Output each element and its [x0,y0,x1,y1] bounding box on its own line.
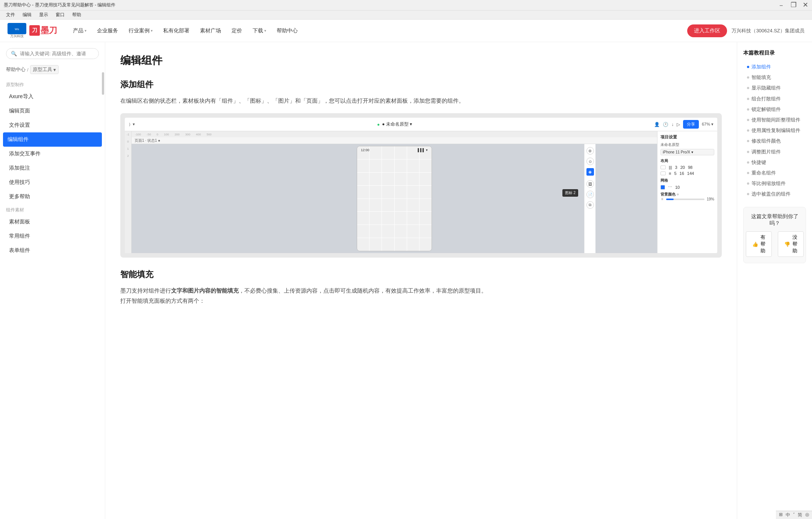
fake-bg-slider[interactable] [666,199,704,200]
breadcrumb-current[interactable]: 原型工具 ▾ [30,65,59,74]
sidebar-item-edit-page[interactable]: 编辑页面 [0,104,105,118]
fake-icon-image[interactable]: 🖼 [586,180,594,188]
sidebar-section-prototype: 原型制作 [0,79,105,90]
ime-icon-4[interactable]: 简 [798,512,802,518]
nav-helpcenter[interactable]: 帮助中心 [272,25,302,36]
fake-layout-val2: 20 [680,165,685,170]
screenshot-inner: ）▾ ● ● 未命名原型 ▾ 👤 🕐 ↓ ▷ 分享 67% ▾ [125,118,717,253]
toc-item-1[interactable]: 智能填充 [743,72,806,83]
toc-item-4[interactable]: 锁定解锁组件 [743,104,806,115]
toc-label-6: 使用属性复制编辑组件 [751,127,800,134]
fake-grid-icon: ⋯ [668,185,672,190]
bold-text-content: 文字和图片内容的 [171,287,216,294]
sidebar-item-tips[interactable]: 使用技巧 [0,175,105,190]
fake-grid-title: 网格 [661,178,714,183]
toc-item-0[interactable]: 添加组件 [743,62,806,72]
fake-icon-active[interactable]: ◈ [586,168,594,176]
sidebar: 🔍 帮助中心 / 原型工具 ▾ 原型制作 Axure导入 编辑页面 文件设置 编… [0,42,105,519]
toc-item-2[interactable]: 显示隐藏组件 [743,83,806,93]
fake-grid-checkbox[interactable] [661,185,665,190]
fake-vertical-ruler: -1012 [125,131,132,253]
maximize-button[interactable]: ❐ [791,1,797,10]
fake-layout-title: 布局 [661,158,714,164]
toc-label-4: 锁定解锁组件 [751,106,781,113]
nav-assets[interactable]: 素材广场 [195,25,226,36]
fake-bg-percent: 19% [707,197,714,201]
close-button[interactable]: ✕ [803,1,808,10]
toc-item-5[interactable]: 使用智能间距整理组件 [743,115,806,125]
ime-icon-2[interactable]: 中 [786,512,790,518]
section-desc-add: 在编辑区右侧的状态栏，素材板块内有「组件」、「图标」、「图片」和「页面」，您可以… [120,96,722,106]
fake-icon-target[interactable]: ⊙ [586,158,594,165]
minimize-button[interactable]: － [778,1,785,10]
titlebar-controls[interactable]: － ❐ ✕ [778,1,808,10]
nav-product[interactable]: 产品 ▾ [68,25,91,36]
enter-workspace-button[interactable]: 进入工作区 [687,24,727,37]
menu-help[interactable]: 帮助 [69,11,84,19]
helpful-label: 有帮助 [760,234,765,254]
toc-item-12[interactable]: 选中被盖住的组件 [743,189,806,199]
toc-item-11[interactable]: 等比例缩放组件 [743,178,806,189]
nav-enterprise[interactable]: 企业服务 [92,25,123,36]
sidebar-item-asset-panel[interactable]: 素材面板 [0,215,105,229]
unhelpful-button[interactable]: 👎 没帮助 [778,231,804,257]
ime-icon-1[interactable]: ⊞ [779,512,783,518]
modao-logo[interactable]: 刀 墨刀 [29,25,57,36]
sidebar-item-axure[interactable]: Axure导入 [0,90,105,104]
menu-view[interactable]: 显示 [36,11,51,19]
fake-share-btn[interactable]: 分享 [683,120,699,129]
breadcrumb-separator: / [27,67,29,73]
toc-dot-5 [747,119,749,121]
toc-item-3[interactable]: 组合打散组件 [743,94,806,104]
fake-right-icons-col: ⚙ ⊙ ◈ 🖼 📄 ⧉ [584,144,595,253]
sidebar-item-add-interaction[interactable]: 添加交互事件 [0,147,105,161]
fake-grid-row: ⋯ 10 [661,185,714,190]
fake-layout-check-1[interactable] [661,165,666,169]
fake-layout-val1: 3 [675,165,677,170]
fake-icon-layers[interactable]: ⧉ [586,201,594,209]
fake-bg-sun-icon: ☀ [661,197,664,201]
thumbs-up-icon: 👍 [752,241,758,247]
sidebar-item-edit-component[interactable]: 编辑组件 [3,132,102,147]
ime-icon-3[interactable]: ʻ [793,512,795,518]
breadcrumb: 帮助中心 / 原型工具 ▾ [0,65,105,79]
menu-window[interactable]: 窗口 [53,11,68,19]
feedback-box: 这篇文章帮助到你了吗？ 👍 有帮助 👎 没帮助 [743,207,806,263]
sidebar-scrollbar[interactable] [102,72,104,95]
toc-dot-11 [747,182,749,185]
helpful-button[interactable]: 👍 有帮助 [746,231,772,257]
sidebar-search-container[interactable]: 🔍 [6,48,99,59]
menu-edit[interactable]: 编辑 [20,11,35,19]
toc-label-8: 调整图片组件 [751,149,781,155]
ws-logo-text: 万兴科技 [10,34,24,38]
fake-device-select[interactable]: iPhone 11 Pro/X ▾ [661,149,714,155]
toc-dot-1 [747,76,749,79]
fake-layout-check-2[interactable] [661,171,666,175]
nav-private[interactable]: 私有化部署 [159,25,194,36]
fake-icon-doc[interactable]: 📄 [586,191,594,198]
toc-item-10[interactable]: 重命名组件 [743,168,806,178]
nav-pricing[interactable]: 定价 [227,25,247,36]
toc-item-6[interactable]: 使用属性复制编辑组件 [743,125,806,136]
search-input[interactable] [20,51,94,56]
toc-dot-4 [747,108,749,111]
cases-dropdown-arrow: ▾ [151,29,153,33]
sidebar-item-form-components[interactable]: 表单组件 [0,243,105,258]
ime-icon-5[interactable]: ◎ [805,512,809,518]
toc-item-8[interactable]: 调整图片组件 [743,147,806,157]
menu-file[interactable]: 文件 [3,11,18,19]
sidebar-item-more-help[interactable]: 更多帮助 [0,190,105,204]
fake-icon-settings[interactable]: ⚙ [586,147,594,155]
breadcrumb-home[interactable]: 帮助中心 [6,66,26,73]
nav-cases[interactable]: 行业案例 ▾ [124,25,157,36]
sidebar-item-common-components[interactable]: 常用组件 [0,229,105,243]
fake-right-panel: 项目设置 未命名原型 iPhone 11 Pro/X ▾ 布局 ||| 3 20… [657,131,717,253]
sidebar-item-add-annotation[interactable]: 添加批注 [0,161,105,175]
wondershare-logo[interactable]: Ws 万兴科技 [8,23,26,38]
toc-item-7[interactable]: 修改组件颜色 [743,136,806,146]
toc-item-9[interactable]: 快捷键 [743,157,806,168]
sidebar-item-file-settings[interactable]: 文件设置 [0,118,105,132]
ime-bar: ⊞ 中 ʻ 简 ◎ [776,511,812,519]
feedback-title: 这篇文章帮助到你了吗？ [750,213,800,227]
nav-download[interactable]: 下载 ▾ [248,25,271,36]
